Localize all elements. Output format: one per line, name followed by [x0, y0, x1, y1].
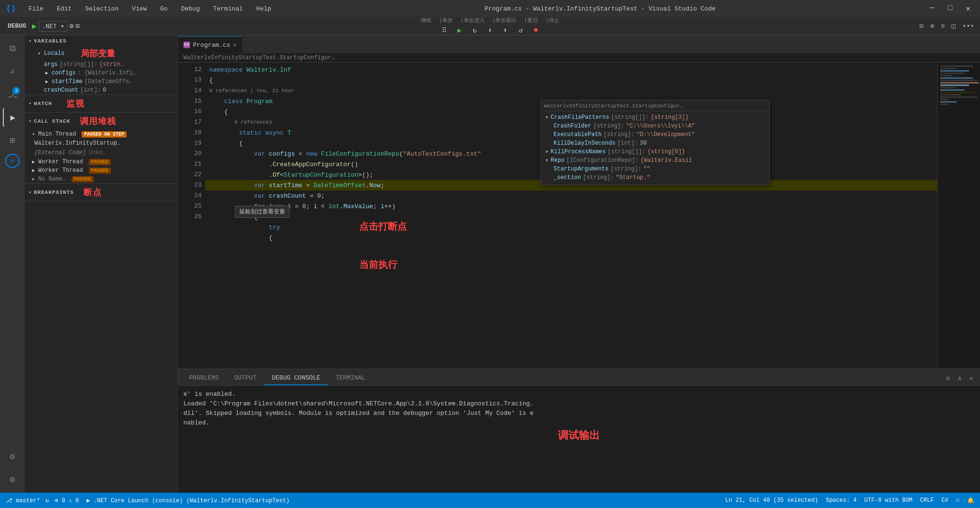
debug-terminal-icon[interactable]: ⊡	[75, 22, 79, 30]
menu-view[interactable]: View	[129, 4, 149, 13]
watch-header[interactable]: ▾ WATCH 监视	[25, 95, 177, 112]
worker-thread-1-group[interactable]: ▶ Worker Thread PAUSED	[25, 158, 177, 166]
popup-key-killprocessnames: KillProcessNames	[551, 148, 606, 155]
open-settings-icon[interactable]: ◫	[949, 21, 957, 31]
quick-open-icon[interactable]: ≡	[939, 21, 947, 31]
activity-icon-remote[interactable]: ⊘	[5, 154, 20, 168]
language-status[interactable]: C#	[941, 497, 948, 504]
callstack-header[interactable]: ▾ CALL STACK 调用堆栈	[25, 113, 177, 130]
step-over-label: |单步	[435, 17, 457, 24]
debug-play-button[interactable]: ▶	[32, 21, 37, 31]
menu-go[interactable]: Go	[158, 4, 171, 13]
drag-handle-icon[interactable]: ⠿	[437, 25, 451, 35]
tab-close-icon[interactable]: ✕	[233, 42, 236, 49]
toggle-git-icon[interactable]: ⊕	[928, 21, 936, 31]
menu-help[interactable]: Help	[254, 4, 274, 13]
line-ending-status[interactable]: CRLF	[920, 497, 934, 504]
debug-status[interactable]: ▶ .NET Core Launch (console) (Walterlv.I…	[86, 497, 289, 504]
step-out-button[interactable]: ⬆	[499, 25, 512, 35]
popup-row-executablepath[interactable]: ExecutablePath [string]: "D:\\Developmen…	[544, 130, 767, 139]
filter-icon[interactable]: ≡	[943, 374, 953, 383]
step-into-button[interactable]: ⬇	[483, 25, 497, 35]
errors-warnings-status[interactable]: ⊗ 0 ⚠ 0	[55, 497, 79, 504]
variables-header[interactable]: ▾ VARIABLES	[25, 35, 177, 47]
menu-file[interactable]: File	[26, 4, 46, 13]
split-editor-icon[interactable]: ⊟	[917, 21, 925, 31]
main-thread-group[interactable]: ▾ Main Thread PAUSED ON STEP	[25, 130, 177, 138]
variables-content: ▾ Locals 局部变量 args [string[]]: {strin… ▶…	[25, 47, 177, 95]
configs-expand-icon: ▶	[44, 70, 50, 76]
source-control-badge: 3	[12, 87, 20, 95]
breakpoints-collapse-icon: ▾	[29, 190, 32, 195]
close-panel-icon[interactable]: ✕	[967, 373, 976, 383]
menu-edit[interactable]: Edit	[54, 4, 75, 13]
more-actions-icon[interactable]: •••	[960, 21, 976, 31]
worker-thread-2-group[interactable]: ▶ Worker Thread PAUSED	[25, 166, 177, 175]
encoding-status[interactable]: UTF-8 with BOM	[864, 497, 913, 504]
callstack-item-walterlv[interactable]: Walterlv.InfinityStartup…	[25, 138, 177, 148]
vscode-logo-icon: ⟨⟩	[6, 3, 16, 14]
debug-profile-selector[interactable]: .NET ▾	[39, 21, 68, 32]
console-line-4: nabled.	[183, 418, 974, 428]
callstack-item-external[interactable]: [External Code] Unkn…	[25, 148, 177, 158]
popup-row-killprocessnames[interactable]: ▶ KillProcessNames [string[]]: {string[6…	[544, 148, 767, 156]
var-starttime[interactable]: ▶ startTime [DateTimeOffs…	[25, 77, 177, 86]
continue-button[interactable]: ▶	[453, 25, 466, 35]
locals-group[interactable]: ▾ Locals 局部变量	[25, 47, 177, 60]
var-configs[interactable]: ▶ configs : {Walterlv.Infi…	[25, 69, 177, 77]
step-over-button[interactable]: ↻	[468, 25, 481, 35]
tab-program-cs[interactable]: C# Program.cs ✕	[178, 36, 242, 53]
sync-status[interactable]: ↻	[46, 497, 49, 504]
var-args[interactable]: args [string[]]: {strin…	[25, 60, 177, 69]
locals-label: Locals	[44, 50, 64, 57]
activity-icon-settings[interactable]: ⚙	[3, 470, 22, 489]
popup-row-startupargs[interactable]: StartupArguments [string]: ""	[544, 165, 767, 173]
popup-key-crashfolder: CrashFolder	[554, 123, 591, 129]
popup-row-repo[interactable]: ▶ Repo [IConfigurationRepo]: {Walterlv.E…	[544, 156, 767, 165]
smiley-icon[interactable]: ☺	[956, 497, 959, 504]
cursor-position-status[interactable]: Ln 21, Col 48 (35 selected)	[725, 497, 818, 504]
popup-val-section: "Startup."	[616, 174, 650, 181]
activity-icon-extensions[interactable]: ⊞	[3, 131, 22, 150]
maximize-button[interactable]: □	[944, 3, 957, 14]
git-branch-status[interactable]: ⎇ master*	[6, 497, 40, 504]
popup-value: {string[3]}	[651, 114, 689, 121]
tab-problems[interactable]: PROBLEMS	[181, 371, 226, 385]
breakpoints-header[interactable]: ▾ BREAKPOINTS 断点	[25, 184, 177, 201]
popup-expand-killprocess-icon[interactable]: ▶	[546, 148, 549, 154]
breadcrumb-path[interactable]: WalterlvInfinityStartupTest.StartupConfi…	[183, 54, 335, 61]
tab-output[interactable]: OUTPUT	[226, 371, 264, 385]
popup-expand-icon[interactable]: ▶	[546, 114, 549, 120]
tab-debug-console[interactable]: DEBUG CONSOLE	[264, 371, 328, 385]
no-name-thread-expand-icon: ▶	[31, 176, 36, 182]
debug-settings-icon[interactable]: ⚙	[70, 22, 74, 30]
popup-row-crashfolder[interactable]: CrashFolder [string]: "C:\\Users\\lvyi\\…	[544, 122, 767, 130]
activity-icon-search[interactable]: ⌕	[3, 62, 22, 81]
popup-expand-repo-icon[interactable]: ▶	[546, 157, 549, 163]
activity-icon-run-debug[interactable]: ▶	[3, 108, 22, 127]
console-line-2: Loaded 'C:\Program Files\dotnet\shared\M…	[183, 399, 974, 409]
activity-icon-accounts[interactable]: ⚙	[3, 447, 22, 466]
no-name-thread-group[interactable]: ▶ No Name… PAUSED	[25, 175, 177, 183]
menu-selection[interactable]: Selection	[82, 4, 121, 13]
activity-icon-source-control[interactable]: ⎇ 3	[3, 85, 22, 104]
spaces-status[interactable]: Spaces: 4	[826, 497, 857, 504]
close-button[interactable]: ✕	[962, 3, 974, 14]
lightbulb-icon[interactable]: 💡	[205, 181, 207, 190]
restart-button[interactable]: ↺	[514, 25, 527, 35]
tab-terminal[interactable]: TERMINAL	[328, 371, 373, 385]
collapse-panel-icon[interactable]: ∧	[955, 373, 964, 383]
console-line-1: e' is enabled.	[183, 390, 974, 399]
popup-row-crashfilepatterns[interactable]: ▶ CrashFilePatterns [string[]]: {string[…	[544, 113, 767, 122]
popup-key-killdelay: KillDelayInSeconds	[554, 140, 616, 147]
activity-icon-explorer[interactable]: ⧉	[3, 39, 22, 58]
minimap[interactable]	[937, 63, 980, 369]
menu-debug[interactable]: Debug	[178, 4, 202, 13]
var-crashcount[interactable]: crashCount [int]: 0	[25, 86, 177, 95]
menu-terminal[interactable]: Terminal	[210, 4, 245, 13]
notification-bell-icon[interactable]: 🔔	[967, 497, 974, 504]
minimize-button[interactable]: ─	[926, 3, 938, 14]
popup-row-section[interactable]: _section [string]: "Startup."	[544, 173, 767, 182]
popup-row-killdelay[interactable]: KillDelayInSeconds [int]: 30	[544, 139, 767, 148]
stop-button[interactable]: ■	[529, 25, 543, 35]
